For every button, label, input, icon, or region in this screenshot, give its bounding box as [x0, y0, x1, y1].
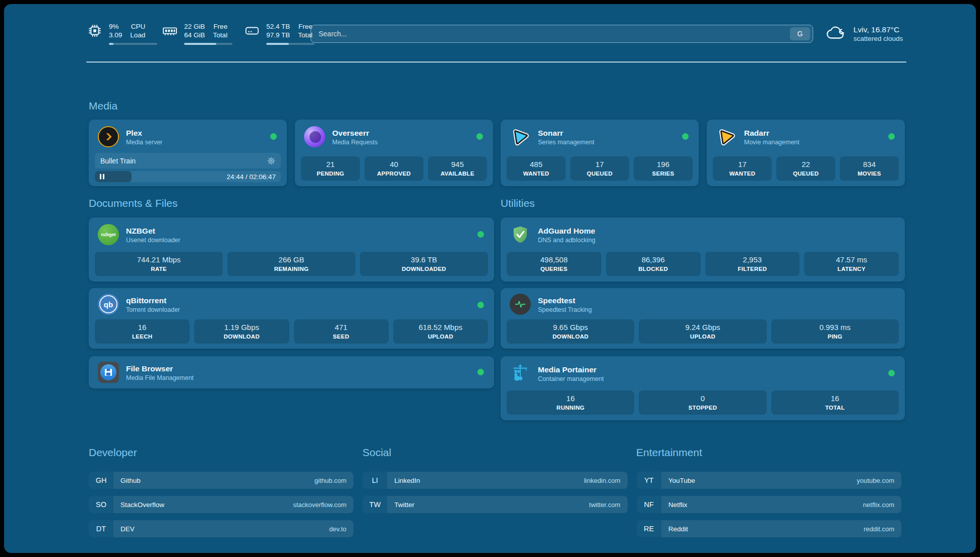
- bookmark-url: github.com: [315, 477, 347, 484]
- bookmark-abbr: SO: [89, 496, 113, 513]
- bookmark-abbr: YT: [637, 472, 661, 489]
- status-dot: [682, 133, 689, 140]
- overseerr-icon: [304, 126, 325, 147]
- now-playing-row: Bullet Train: [95, 153, 281, 169]
- bookmark-stackoverflow[interactable]: SO StackOverflowstackoverflow.com: [89, 496, 353, 513]
- stat-box: 17QUEUED: [570, 156, 629, 181]
- bookmark-abbr: LI: [362, 472, 387, 489]
- bookmark-youtube[interactable]: YT YouTubeyoutube.com: [637, 472, 901, 489]
- section-heading-media: Media: [89, 100, 117, 112]
- stat-box: 2,953FILTERED: [705, 252, 800, 276]
- stat-box: 1.19 GbpsDOWNLOAD: [194, 319, 289, 344]
- bookmark-netflix[interactable]: NF Netflixnetflix.com: [637, 496, 901, 513]
- disk-total: 97.9 TB: [266, 31, 290, 39]
- service-card-portainer[interactable]: Media Portainer Container management 16R…: [501, 356, 905, 420]
- service-card-radarr[interactable]: Radarr Movie management 17WANTED 22QUEUE…: [707, 120, 905, 186]
- bookmark-linkedin[interactable]: LI LinkedInlinkedin.com: [362, 472, 627, 489]
- stat-box: 485WANTED: [507, 156, 566, 181]
- service-card-adguard[interactable]: AdGuard Home DNS and adblocking 498,508Q…: [501, 217, 905, 282]
- bookmark-group-social: LI LinkedInlinkedin.com TW Twittertwitte…: [362, 472, 627, 520]
- bookmark-url: youtube.com: [857, 477, 894, 484]
- stat-box: 0STOPPED: [639, 391, 766, 415]
- stat-box: 618.52 MbpsUPLOAD: [393, 319, 488, 344]
- mem-free-label: Free: [213, 22, 227, 31]
- service-title: Overseerr: [332, 128, 378, 138]
- cpu-usage: 9%: [109, 22, 122, 31]
- weather-condition: scattered clouds: [853, 34, 903, 43]
- service-card-filebrowser[interactable]: File Browser Media File Management: [89, 356, 494, 388]
- adguard-icon: [510, 224, 531, 245]
- service-card-plex[interactable]: Plex Media server Bullet Train 24:44 / 0…: [89, 120, 287, 186]
- service-card-nzbget[interactable]: nzbget NZBGet Usenet downloader 744.21 M…: [89, 217, 494, 282]
- bookmarks: GH Githubgithub.com SO StackOverflowstac…: [89, 472, 901, 544]
- memory-stat: 22 GiB64 GiB FreeTotal: [161, 22, 227, 45]
- bookmark-reddit[interactable]: RE Redditreddit.com: [637, 520, 901, 537]
- portainer-icon: [510, 363, 531, 384]
- bookmark-url: twitter.com: [589, 501, 621, 509]
- weather-widget[interactable]: Lviv, 16.87°C scattered clouds: [826, 24, 903, 43]
- memory-progress-bar: [184, 43, 232, 45]
- service-card-speedtest[interactable]: Speedtest Speedtest Tracking 9.65 GbpsDO…: [501, 288, 905, 349]
- section-heading-entertainment: Entertainment: [636, 447, 702, 459]
- service-card-qbittorrent[interactable]: qb qBittorrent Torrent downloader 16LEEC…: [89, 288, 494, 349]
- search-bar: G: [311, 25, 813, 43]
- load-label: Load: [130, 31, 145, 39]
- cpu-icon: [86, 23, 103, 38]
- service-title: AdGuard Home: [538, 226, 595, 236]
- cpu-load: 3.09: [109, 31, 122, 39]
- status-dot: [477, 302, 484, 308]
- stat-box: 21PENDING: [301, 156, 360, 181]
- bookmark-name: YouTube: [668, 477, 695, 484]
- playback-progress[interactable]: 24:44 / 02:06:47: [95, 171, 281, 182]
- section-heading-documents: Documents & Files: [89, 197, 177, 209]
- service-subtitle: Torrent downloader: [126, 306, 180, 313]
- section-heading-social: Social: [362, 447, 391, 459]
- bookmark-name: Twitter: [394, 501, 414, 509]
- status-dot: [888, 370, 895, 376]
- search-engine-button[interactable]: G: [790, 27, 810, 40]
- service-subtitle: DNS and adblocking: [538, 237, 595, 244]
- stat-box: 22QUEUED: [776, 156, 835, 181]
- pause-icon[interactable]: [100, 174, 104, 180]
- service-card-sonarr[interactable]: Sonarr Series management 485WANTED 17QUE…: [501, 120, 699, 186]
- disk-free: 52.4 TB: [266, 22, 290, 31]
- bookmark-abbr: GH: [89, 472, 113, 489]
- mem-total-label: Total: [213, 31, 228, 39]
- stat-box: 471SEED: [294, 319, 389, 344]
- bookmark-github[interactable]: GH Githubgithub.com: [89, 472, 353, 489]
- nzbget-icon: nzbget: [98, 224, 119, 245]
- stat-box: 47.57 msLATENCY: [804, 252, 899, 276]
- status-dot: [270, 133, 277, 140]
- bookmark-url: reddit.com: [864, 525, 894, 533]
- filebrowser-icon: [98, 362, 119, 383]
- sonarr-icon: [510, 126, 531, 147]
- service-subtitle: Media Requests: [332, 139, 378, 146]
- disk-icon: [243, 23, 261, 38]
- bookmark-twitter[interactable]: TW Twittertwitter.com: [362, 496, 627, 513]
- bookmark-name: DEV: [120, 525, 135, 533]
- bookmark-url: stackoverflow.com: [293, 501, 346, 509]
- header-divider: [86, 62, 906, 63]
- cpu-label: CPU: [131, 22, 146, 31]
- bookmark-group-entertainment: YT YouTubeyoutube.com NF Netflixnetflix.…: [637, 472, 901, 544]
- stat-box: 744.21 MbpsRATE: [95, 252, 223, 276]
- service-card-overseerr[interactable]: Overseerr Media Requests 21PENDING 40APP…: [295, 120, 493, 186]
- speedtest-icon: [510, 294, 531, 315]
- disk-progress-bar: [266, 43, 315, 45]
- stat-box: 16LEECH: [95, 319, 190, 344]
- stat-box: 9.65 GbpsDOWNLOAD: [507, 319, 634, 344]
- bookmark-dev[interactable]: DT DEVdev.to: [89, 520, 353, 537]
- service-subtitle: Media server: [126, 139, 162, 146]
- cpu-stat: 9%3.09 CPULoad: [86, 22, 145, 45]
- bookmark-group-developer: GH Githubgithub.com SO StackOverflowstac…: [89, 472, 353, 544]
- bookmark-name: Netflix: [668, 501, 688, 509]
- stat-box: 86,396BLOCKED: [606, 252, 701, 276]
- dashboard: 9%3.09 CPULoad 22 GiB64 GiB FreeTotal: [4, 4, 976, 553]
- gear-icon[interactable]: [267, 157, 275, 165]
- bookmark-name: Reddit: [668, 525, 688, 533]
- cloud-icon: [826, 24, 847, 43]
- service-title: Radarr: [744, 128, 800, 138]
- bookmark-abbr: TW: [362, 496, 387, 513]
- playback-time: 24:44 / 02:06:47: [226, 173, 276, 181]
- search-input[interactable]: [311, 25, 813, 42]
